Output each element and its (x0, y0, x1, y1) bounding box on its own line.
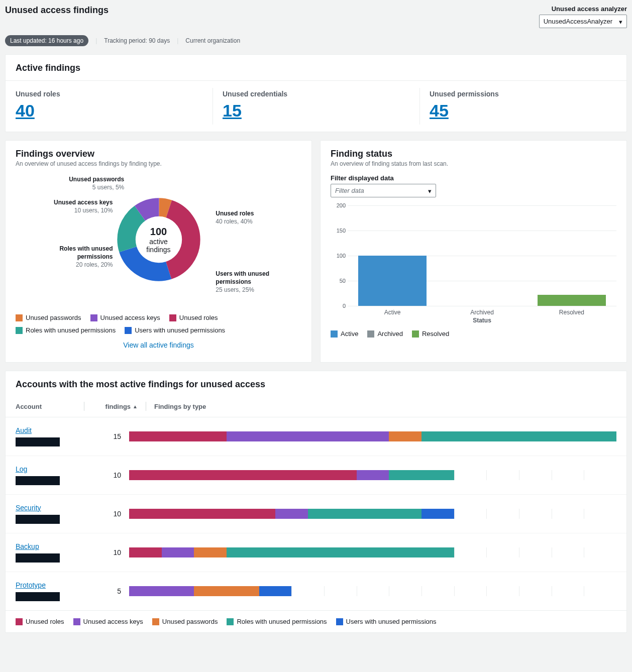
table-row: Audit15 (6, 417, 626, 456)
column-findings[interactable]: findings ▲ (92, 403, 138, 410)
account-link[interactable]: Audit (16, 426, 32, 434)
account-link[interactable]: Security (16, 504, 41, 512)
finding-status-chart: 050100150200 Active Archived Resolved St… (331, 205, 616, 324)
accounts-title: Accounts with the most active findings f… (16, 379, 616, 390)
filter-displayed-data-select[interactable]: Filter data ▾ (331, 184, 436, 197)
findings-overview-legend: Unused passwords Unused access keys Unus… (16, 314, 301, 334)
sort-asc-icon: ▲ (133, 404, 138, 409)
finding-status-legend: Active Archived Resolved (331, 330, 616, 338)
account-id-redacted (16, 515, 60, 524)
findings-count: 5 (76, 587, 121, 595)
findings-by-type-bar (129, 431, 616, 441)
findings-overview-panel: Findings overview An overview of unused … (5, 140, 312, 363)
page-title: Unused access findings (5, 5, 109, 16)
last-updated-badge: Last updated: 16 hours ago (5, 35, 88, 46)
chevron-down-icon: ▾ (428, 187, 432, 194)
account-id-redacted (16, 476, 60, 485)
findings-count: 10 (76, 510, 121, 518)
accounts-legend: Unused roles Unused access keys Unused p… (6, 610, 626, 632)
chevron-down-icon: ▾ (619, 18, 622, 25)
table-row: Security10 (6, 494, 626, 533)
filter-displayed-data-label: Filter displayed data (331, 174, 616, 182)
unused-permissions-value[interactable]: 45 (430, 101, 449, 120)
findings-count: 10 (76, 471, 121, 479)
current-organization: Current organization (185, 37, 240, 44)
findings-by-type-bar (129, 509, 616, 519)
findings-overview-subtitle: An overview of unused access findings by… (16, 160, 301, 167)
account-link[interactable]: Prototype (16, 581, 46, 589)
unused-permissions-label: Unused permissions (430, 90, 616, 98)
findings-count: 10 (76, 548, 121, 556)
finding-status-panel: Finding status An overview of finding st… (320, 140, 627, 363)
finding-status-title: Finding status (331, 149, 616, 159)
account-link[interactable]: Log (16, 465, 27, 473)
column-account[interactable]: Account (16, 403, 76, 410)
findings-by-type-bar (129, 547, 616, 557)
findings-overview-chart: 100 active findings Unused passwords 5 u… (16, 174, 301, 305)
active-findings-panel: Active findings Unused roles 40 Unused c… (5, 54, 627, 132)
findings-overview-title: Findings overview (16, 149, 301, 159)
unused-credentials-label: Unused credentials (223, 90, 409, 98)
findings-by-type-bar (129, 586, 616, 596)
unused-roles-value[interactable]: 40 (16, 101, 35, 120)
analyzer-label: Unused access analyzer (539, 5, 627, 13)
account-id-redacted (16, 553, 60, 563)
active-findings-title: Active findings (16, 63, 616, 73)
table-row: Backup10 (6, 533, 626, 572)
analyzer-select[interactable]: UnusedAccessAnalyzer ▾ (539, 15, 627, 28)
table-row: Prototype5 (6, 572, 626, 610)
unused-credentials-value[interactable]: 15 (223, 101, 242, 120)
account-id-redacted (16, 437, 60, 446)
table-row: Log10 (6, 456, 626, 494)
accounts-panel: Accounts with the most active findings f… (5, 371, 627, 633)
findings-count: 15 (76, 432, 121, 440)
account-link[interactable]: Backup (16, 542, 39, 550)
finding-status-subtitle: An overview of finding status from last … (331, 160, 616, 167)
tracking-period: Tracking period: 90 days (104, 37, 170, 44)
findings-by-type-bar (129, 470, 616, 480)
unused-roles-label: Unused roles (16, 90, 202, 98)
column-findings-by-type: Findings by type (154, 403, 616, 410)
view-all-active-findings-link[interactable]: View all active findings (16, 334, 301, 352)
account-id-redacted (16, 592, 60, 601)
